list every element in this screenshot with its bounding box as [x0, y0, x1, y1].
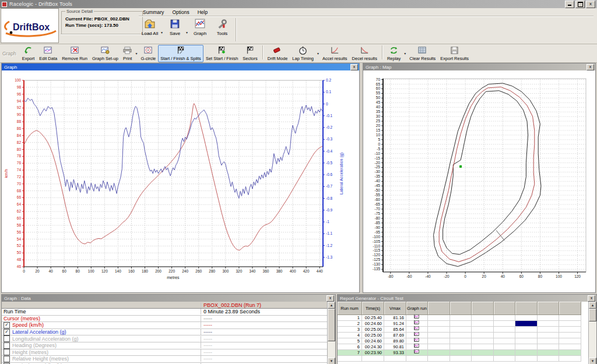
tools-button[interactable]: Tools	[211, 17, 233, 37]
column-header-time-s-[interactable]: Time(s)	[362, 302, 384, 315]
graph-panel-titlebar[interactable]: Graph x	[2, 63, 359, 70]
report-row-3[interactable]: 300:25.0085.64	[338, 327, 589, 333]
empty-cell[interactable]	[406, 356, 428, 362]
run-num-cell[interactable]: 1	[338, 315, 362, 321]
menu-help[interactable]: Help	[194, 9, 212, 16]
report-row-7[interactable]: 700:23.9093.33	[338, 350, 589, 356]
scroll-thumb[interactable]	[589, 309, 596, 321]
empty-cell[interactable]	[559, 315, 581, 321]
empty-cell[interactable]	[428, 338, 450, 344]
empty-cell[interactable]	[428, 350, 450, 356]
data-row-height-metres-[interactable]: Height (metres)-----	[2, 349, 328, 356]
empty-cell[interactable]	[494, 338, 516, 344]
run-num-cell[interactable]: 5	[338, 338, 362, 344]
dropdown-arrow-icon[interactable]: ▾	[135, 51, 137, 55]
vmax-cell[interactable]: 85.64	[384, 327, 406, 333]
empty-cell[interactable]	[428, 327, 450, 333]
report-row-empty[interactable]	[338, 356, 589, 362]
scroll-up-icon[interactable]: ▲	[589, 302, 596, 309]
empty-cell[interactable]	[362, 356, 384, 362]
empty-cell[interactable]	[494, 350, 516, 356]
map-panel-close-icon[interactable]: x	[587, 64, 594, 70]
empty-cell[interactable]	[559, 338, 581, 344]
empty-cell[interactable]	[450, 356, 472, 362]
start-finish-splits-button[interactable]: Start / Finish & Splits	[158, 45, 203, 62]
map-panel-titlebar[interactable]: Graph : Map x	[363, 63, 595, 70]
time-cell[interactable]: 00:24.30	[362, 344, 384, 350]
run-num-cell[interactable]: 6	[338, 344, 362, 350]
drift-mode-button[interactable]: Drift Mode	[265, 45, 290, 62]
vmax-cell[interactable]: 81.16	[384, 315, 406, 321]
dropdown-arrow-icon[interactable]: ▾	[186, 30, 188, 34]
empty-cell[interactable]	[450, 350, 472, 356]
column-header-empty[interactable]	[428, 302, 450, 315]
vmax-cell[interactable]: 93.33	[384, 350, 406, 356]
minimize-button[interactable]	[565, 1, 574, 8]
decel-results-button[interactable]: Decel results	[350, 45, 380, 62]
time-cell[interactable]: 00:25.00	[362, 327, 384, 333]
menu-summary[interactable]: Summary	[139, 9, 168, 16]
clear-results-button[interactable]: Clear Results	[407, 45, 438, 62]
export-results-button[interactable]: Export Results	[438, 45, 471, 62]
edit-data-button[interactable]: Edit Data	[37, 45, 59, 62]
empty-cell[interactable]	[450, 333, 472, 338]
empty-cell[interactable]	[538, 350, 560, 356]
empty-cell[interactable]	[538, 333, 560, 338]
vmax-cell[interactable]: 89.80	[384, 338, 406, 344]
empty-cell[interactable]	[472, 321, 494, 327]
time-cell[interactable]: 00:25.40	[362, 315, 384, 321]
run-num-cell[interactable]: 3	[338, 327, 362, 333]
empty-cell[interactable]	[515, 327, 538, 333]
print-button[interactable]: Print	[121, 45, 134, 62]
empty-cell[interactable]	[428, 321, 450, 327]
save-button[interactable]: Save	[164, 17, 186, 37]
track-map-chart[interactable]: -80-60-40-20020406080100120-135-130-125-…	[363, 70, 595, 291]
empty-cell[interactable]	[472, 327, 494, 333]
scroll-thumb[interactable]	[328, 309, 335, 341]
graph-button[interactable]: Graph	[189, 17, 211, 37]
column-header-empty[interactable]	[559, 302, 581, 315]
dropdown-arrow-icon[interactable]: ▾	[404, 51, 406, 55]
empty-cell[interactable]	[494, 315, 516, 321]
empty-cell[interactable]	[428, 344, 450, 350]
empty-cell[interactable]	[515, 356, 538, 362]
report-panel-scrollbar[interactable]: ▲ ▼	[588, 302, 596, 364]
empty-cell[interactable]	[538, 338, 560, 344]
column-header-graph-run[interactable]: Graph run	[406, 302, 428, 315]
empty-cell[interactable]	[559, 350, 581, 356]
empty-cell[interactable]	[472, 350, 494, 356]
time-cell[interactable]: 00:24.60	[362, 338, 384, 344]
data-panel-titlebar[interactable]: Graph : Data x	[2, 295, 335, 302]
empty-cell[interactable]	[494, 327, 516, 333]
scroll-up-icon[interactable]: ▲	[328, 302, 335, 309]
checked-checkbox[interactable]: ✓	[3, 329, 10, 335]
empty-cell[interactable]	[559, 344, 581, 350]
close-button[interactable]: x	[586, 1, 595, 8]
report-row-2[interactable]: 200:24.6091.24	[338, 321, 589, 327]
column-header-empty[interactable]	[515, 302, 538, 315]
dropdown-arrow-icon[interactable]: ▾	[317, 51, 319, 55]
empty-cell[interactable]	[472, 356, 494, 362]
scroll-down-icon[interactable]: ▼	[589, 358, 596, 364]
empty-cell[interactable]	[338, 356, 362, 362]
time-cell[interactable]: 00:24.60	[362, 321, 384, 327]
speed-lateral-chart[interactable]: 0204060801001201401601802002202402602803…	[2, 70, 359, 291]
empty-cell[interactable]	[559, 356, 581, 362]
empty-cell[interactable]	[538, 315, 560, 321]
empty-cell[interactable]	[494, 321, 516, 327]
empty-cell[interactable]	[494, 344, 516, 350]
report-row-6[interactable]: 600:24.3090.81	[338, 344, 589, 350]
dropdown-arrow-icon[interactable]: ▾	[161, 30, 163, 34]
checked-checkbox[interactable]: ✓	[3, 322, 10, 328]
run-num-cell[interactable]: 4	[338, 333, 362, 338]
data-row-speed-km-h-[interactable]: ✓Speed (km/h)-----	[2, 322, 328, 329]
empty-cell[interactable]	[428, 315, 450, 321]
data-panel-scrollbar[interactable]: ▲ ▼	[327, 302, 335, 364]
empty-cell[interactable]	[472, 344, 494, 350]
empty-cell[interactable]	[472, 333, 494, 338]
empty-cell[interactable]	[538, 321, 560, 327]
empty-cell[interactable]	[559, 321, 581, 327]
load-all-button[interactable]: Load All	[139, 17, 161, 37]
selected-cell[interactable]	[515, 321, 538, 327]
set-start-finish-button[interactable]: Set Start / Finish	[203, 45, 240, 62]
